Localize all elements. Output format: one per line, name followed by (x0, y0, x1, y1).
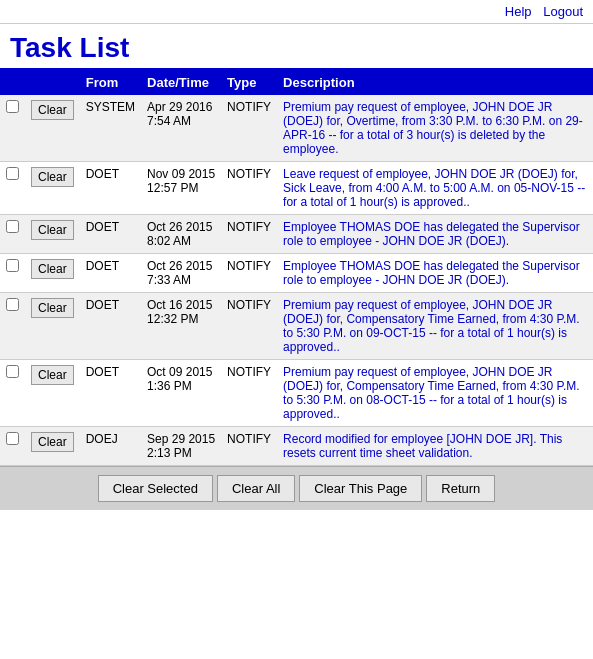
row-clear-button[interactable]: Clear (31, 100, 74, 120)
row-clear-cell: Clear (25, 427, 80, 466)
row-type: NOTIFY (221, 95, 277, 162)
row-clear-button[interactable]: Clear (31, 365, 74, 385)
table-row: ClearDOEJSep 29 20152:13 PMNOTIFYRecord … (0, 427, 593, 466)
row-clear-cell: Clear (25, 162, 80, 215)
row-clear-button[interactable]: Clear (31, 167, 74, 187)
logout-link[interactable]: Logout (543, 4, 583, 19)
top-bar: Help Logout (0, 0, 593, 24)
row-datetime: Oct 26 20157:33 AM (141, 254, 221, 293)
row-clear-cell: Clear (25, 95, 80, 162)
row-from: DOET (80, 162, 141, 215)
table-row: ClearDOETOct 26 20157:33 AMNOTIFYEmploye… (0, 254, 593, 293)
table-row: ClearDOETOct 16 201512:32 PMNOTIFYPremiu… (0, 293, 593, 360)
col-header-type: Type (221, 69, 277, 95)
table-row: ClearDOETNov 09 201512:57 PMNOTIFYLeave … (0, 162, 593, 215)
row-type: NOTIFY (221, 427, 277, 466)
row-checkbox[interactable] (6, 259, 19, 272)
row-type: NOTIFY (221, 254, 277, 293)
row-checkbox[interactable] (6, 298, 19, 311)
row-description: Premium pay request of employee, JOHN DO… (277, 95, 593, 162)
help-link[interactable]: Help (505, 4, 532, 19)
row-checkbox-cell (0, 293, 25, 360)
row-datetime: Oct 09 20151:36 PM (141, 360, 221, 427)
row-clear-button[interactable]: Clear (31, 259, 74, 279)
table-row: ClearSYSTEMApr 29 20167:54 AMNOTIFYPremi… (0, 95, 593, 162)
row-description: Employee THOMAS DOE has delegated the Su… (277, 215, 593, 254)
row-clear-button[interactable]: Clear (31, 298, 74, 318)
row-datetime: Nov 09 201512:57 PM (141, 162, 221, 215)
row-checkbox[interactable] (6, 167, 19, 180)
task-table: From Date/Time Type Description ClearSYS… (0, 68, 593, 466)
row-clear-cell: Clear (25, 360, 80, 427)
row-description: Leave request of employee, JOHN DOE JR (… (277, 162, 593, 215)
row-clear-cell: Clear (25, 293, 80, 360)
col-header-from: From (80, 69, 141, 95)
col-header-description: Description (277, 69, 593, 95)
row-clear-button[interactable]: Clear (31, 220, 74, 240)
row-from: DOET (80, 293, 141, 360)
col-header-checkbox (0, 69, 25, 95)
row-clear-cell: Clear (25, 254, 80, 293)
row-type: NOTIFY (221, 215, 277, 254)
row-checkbox[interactable] (6, 432, 19, 445)
row-clear-cell: Clear (25, 215, 80, 254)
row-checkbox[interactable] (6, 365, 19, 378)
row-description: Premium pay request of employee, JOHN DO… (277, 293, 593, 360)
clear-all-button[interactable]: Clear All (217, 475, 295, 502)
row-description: Record modified for employee [JOHN DOE J… (277, 427, 593, 466)
row-checkbox-cell (0, 427, 25, 466)
table-row: ClearDOETOct 09 20151:36 PMNOTIFYPremium… (0, 360, 593, 427)
row-type: NOTIFY (221, 162, 277, 215)
return-button[interactable]: Return (426, 475, 495, 502)
row-checkbox-cell (0, 360, 25, 427)
row-from: DOET (80, 254, 141, 293)
table-row: ClearDOETOct 26 20158:02 AMNOTIFYEmploye… (0, 215, 593, 254)
row-checkbox-cell (0, 95, 25, 162)
row-from: DOET (80, 215, 141, 254)
row-datetime: Oct 26 20158:02 AM (141, 215, 221, 254)
col-header-action (25, 69, 80, 95)
row-from: SYSTEM (80, 95, 141, 162)
clear-page-button[interactable]: Clear This Page (299, 475, 422, 502)
row-checkbox-cell (0, 162, 25, 215)
row-checkbox[interactable] (6, 100, 19, 113)
row-clear-button[interactable]: Clear (31, 432, 74, 452)
row-datetime: Oct 16 201512:32 PM (141, 293, 221, 360)
clear-selected-button[interactable]: Clear Selected (98, 475, 213, 502)
row-checkbox-cell (0, 254, 25, 293)
row-checkbox[interactable] (6, 220, 19, 233)
row-datetime: Sep 29 20152:13 PM (141, 427, 221, 466)
row-from: DOEJ (80, 427, 141, 466)
row-datetime: Apr 29 20167:54 AM (141, 95, 221, 162)
page-title: Task List (0, 24, 593, 68)
row-type: NOTIFY (221, 360, 277, 427)
footer-bar: Clear Selected Clear All Clear This Page… (0, 466, 593, 510)
row-description: Premium pay request of employee, JOHN DO… (277, 360, 593, 427)
row-from: DOET (80, 360, 141, 427)
row-checkbox-cell (0, 215, 25, 254)
row-description: Employee THOMAS DOE has delegated the Su… (277, 254, 593, 293)
col-header-datetime: Date/Time (141, 69, 221, 95)
row-type: NOTIFY (221, 293, 277, 360)
